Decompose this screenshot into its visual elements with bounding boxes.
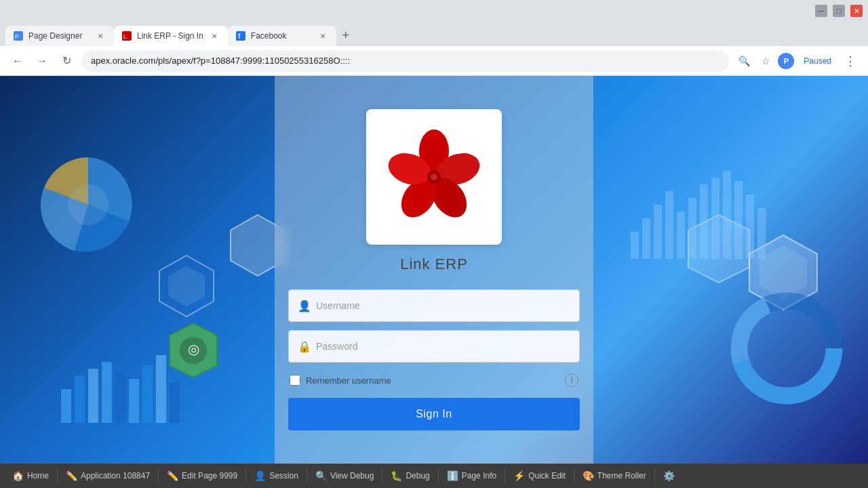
password-input[interactable]: [288, 330, 580, 363]
svg-rect-16: [170, 382, 180, 423]
toolbar-page-info-button[interactable]: ℹ️ Page Info: [440, 464, 503, 488]
svg-rect-29: [631, 232, 639, 259]
remember-row: Remember username ℹ: [288, 371, 580, 390]
app-logo: [383, 126, 485, 228]
tab-close-link-erp[interactable]: ✕: [209, 30, 220, 41]
search-icon-button[interactable]: 🔍: [734, 52, 753, 70]
toolbar-divider-4: [307, 469, 307, 483]
toolbar-session-label: Session: [269, 471, 298, 481]
bg-bar-chart-right: [624, 144, 773, 266]
bookmark-button[interactable]: ☆: [756, 52, 775, 70]
remember-label[interactable]: Remember username: [306, 375, 391, 386]
toolbar-divider-7: [505, 469, 505, 483]
session-icon: 👤: [254, 470, 266, 481]
svg-point-48: [431, 174, 437, 180]
new-tab-button[interactable]: +: [336, 26, 355, 45]
url-input[interactable]: [81, 50, 729, 72]
svg-rect-36: [711, 178, 719, 259]
address-icons: 🔍 ☆ P Paused ⋮: [734, 52, 860, 70]
back-button[interactable]: ←: [8, 52, 27, 70]
toolbar-home-label: Home: [27, 471, 49, 481]
tab-link-erp[interactable]: L Link ERP - Sign In ✕: [114, 26, 228, 46]
toolbar-application-button[interactable]: ✏️ Application 108847: [59, 464, 157, 488]
svg-rect-39: [746, 195, 754, 259]
svg-rect-31: [654, 205, 662, 259]
tab-title-link-erp: Link ERP - Sign In: [137, 31, 203, 41]
tab-page-designer[interactable]: P Page Designer ✕: [5, 26, 114, 46]
username-input[interactable]: [288, 289, 580, 322]
svg-rect-37: [723, 171, 731, 259]
tab-favicon-facebook: f: [236, 31, 245, 41]
sign-in-button[interactable]: Sign In: [288, 398, 580, 430]
toolbar-edit-page-label: Edit Page 9999: [182, 471, 237, 481]
forward-button[interactable]: →: [33, 52, 52, 70]
toolbar-edit-page-button[interactable]: ✏️ Edit Page 9999: [160, 464, 244, 488]
toolbar-divider-3: [245, 469, 246, 483]
password-input-group: 🔒: [288, 330, 580, 363]
svg-rect-32: [665, 191, 673, 259]
page-content: ◎: [0, 76, 868, 464]
toolbar-application-label: Application 108847: [81, 471, 150, 481]
svg-rect-13: [129, 379, 139, 423]
quick-edit-icon: ⚡: [513, 470, 525, 481]
view-debug-icon: 🔍: [315, 470, 327, 481]
username-input-group: 👤: [288, 289, 580, 322]
tab-close-facebook[interactable]: ✕: [317, 30, 328, 41]
maximize-button[interactable]: □: [833, 5, 845, 17]
title-bar: ─ □ ✕: [0, 0, 868, 22]
application-icon: ✏️: [66, 470, 77, 481]
app-title: Link ERP: [400, 256, 468, 273]
edit-page-icon: ✏️: [167, 470, 178, 481]
svg-rect-34: [688, 198, 696, 259]
home-icon: 🏠: [12, 470, 24, 481]
reload-button[interactable]: ↻: [57, 52, 76, 70]
toolbar-divider-2: [158, 469, 159, 483]
close-button[interactable]: ✕: [850, 5, 863, 17]
bg-hex-green: ◎: [166, 320, 220, 381]
tab-facebook[interactable]: f Facebook ✕: [228, 26, 336, 46]
tab-close-page-designer[interactable]: ✕: [95, 30, 106, 41]
svg-rect-9: [75, 375, 85, 423]
title-bar-controls[interactable]: ─ □ ✕: [815, 5, 863, 17]
logo-container: [366, 109, 502, 245]
tab-bar: P Page Designer ✕ L Link ERP - Sign In ✕…: [0, 22, 868, 46]
svg-rect-38: [734, 181, 743, 259]
toolbar-page-info-label: Page Info: [462, 471, 496, 481]
bg-pie-chart: [34, 150, 142, 259]
svg-text:◎: ◎: [188, 342, 199, 357]
toolbar-home-button[interactable]: 🏠 Home: [5, 464, 56, 488]
bg-hex-left: [156, 252, 217, 320]
toolbar-theme-roller-label: Theme Roller: [597, 471, 646, 481]
svg-rect-10: [88, 369, 98, 423]
svg-rect-11: [102, 362, 112, 423]
toolbar-divider-1: [57, 469, 58, 483]
password-icon: 🔒: [298, 340, 311, 353]
page-info-icon: ℹ️: [447, 470, 458, 481]
toolbar-view-debug-label: View Debug: [330, 471, 374, 481]
login-panel: Link ERP 👤 🔒 Remember username: [288, 109, 580, 430]
toolbar-quick-edit-button[interactable]: ⚡ Quick Edit: [507, 464, 572, 488]
theme-roller-icon: 🎨: [583, 470, 594, 481]
toolbar-debug-button[interactable]: 🐛 Debug: [384, 464, 436, 488]
svg-marker-18: [168, 266, 205, 306]
svg-rect-30: [642, 218, 650, 259]
svg-point-7: [68, 184, 108, 225]
login-form: 👤 🔒 Remember username ℹ Si: [288, 289, 580, 430]
tab-title-page-designer: Page Designer: [28, 31, 90, 41]
toolbar-settings-button[interactable]: ⚙️: [656, 464, 682, 488]
paused-button[interactable]: Paused: [797, 54, 838, 68]
remember-checkbox[interactable]: [290, 375, 300, 386]
toolbar-session-button[interactable]: 👤 Session: [248, 464, 305, 488]
svg-rect-40: [757, 208, 766, 259]
minimize-button[interactable]: ─: [815, 5, 827, 17]
toolbar-view-debug-button[interactable]: 🔍 View Debug: [309, 464, 381, 488]
toolbar-theme-roller-button[interactable]: 🎨 Theme Roller: [576, 464, 653, 488]
info-icon[interactable]: ℹ: [565, 373, 578, 387]
profile-avatar: P: [778, 53, 794, 69]
debug-icon: 🐛: [391, 470, 402, 481]
browser-menu-button[interactable]: ⋮: [841, 52, 860, 70]
svg-text:L: L: [123, 33, 127, 40]
svg-rect-33: [677, 211, 685, 259]
tab-favicon-page-designer: P: [14, 31, 23, 41]
toolbar-quick-edit-label: Quick Edit: [528, 471, 566, 481]
